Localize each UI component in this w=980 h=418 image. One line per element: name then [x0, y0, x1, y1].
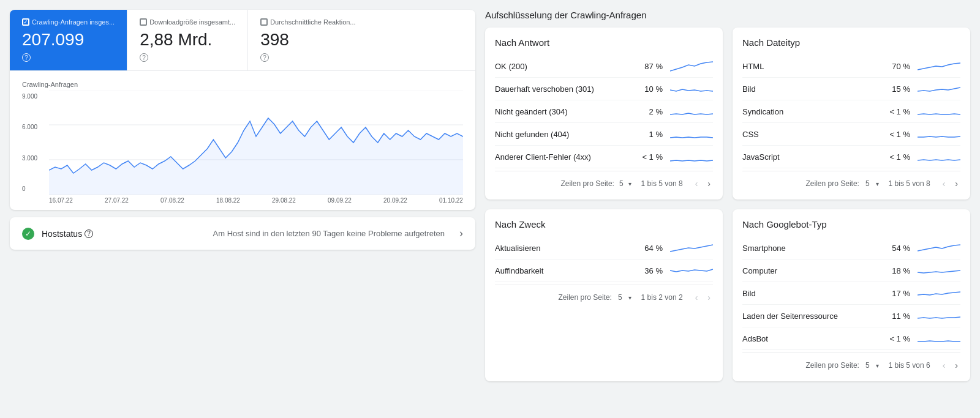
table-row: Bild 17 %: [742, 282, 960, 305]
metric-value-download: 2,88 Mrd.: [140, 29, 235, 50]
metric-tile-crawling[interactable]: Crawling-Anfragen insges... 207.099 ?: [10, 10, 127, 70]
x-label-0: 16.07.22: [49, 197, 73, 204]
metric-value-crawling: 207.099: [22, 29, 115, 50]
metric-label-crawling: Crawling-Anfragen insges...: [22, 18, 115, 26]
table-row: Dauerhaft verschoben (301) 10 %: [495, 78, 713, 100]
section-nach-zweck: Nach Zweck Aktualisieren 64 % Auffindbar…: [485, 209, 723, 381]
metric-tile-download[interactable]: Downloadgröße insgesamt... 2,88 Mrd. ?: [127, 10, 248, 70]
sparkline-0-2: [670, 105, 713, 118]
section-title-nach-googlebot-typ: Nach Googlebot-Typ: [742, 219, 960, 230]
metrics-header: Crawling-Anfragen insges... 207.099 ? Do…: [10, 10, 475, 71]
svg-marker-4: [49, 118, 463, 195]
sparkline-3-0: [918, 242, 960, 254]
prev-page-button[interactable]: ‹: [693, 177, 701, 190]
chart-area: Crawling-Anfragen 9.000 6.000 3.000 0: [10, 71, 475, 210]
sparkline-0-4: [670, 151, 713, 163]
metric-label-reaktion: Durchschnittliche Reaktion...: [260, 18, 355, 26]
section-nach-dateityp: Nach Dateityp HTML 70 % Bild 15 % Syndic…: [733, 28, 970, 200]
x-label-1: 27.07.22: [105, 197, 129, 204]
metric-checkbox-download: [140, 18, 147, 26]
chart-x-labels: 16.07.22 27.07.22 07.08.22 18.08.22 29.0…: [49, 195, 463, 204]
table-row: Anderer Client-Fehler (4xx) < 1 %: [495, 146, 713, 168]
x-label-3: 18.08.22: [216, 197, 240, 204]
next-page-button-3[interactable]: ›: [705, 291, 713, 304]
section-title-nach-antwort: Nach Antwort: [495, 37, 713, 48]
pagination-nach-zweck: Zeilen pro Seite: 5 ▾ 1 bis 2 von 2 ‹ ›: [495, 285, 713, 304]
sparkline-0-0: [670, 60, 713, 72]
prev-page-button-4[interactable]: ‹: [940, 359, 948, 371]
pagination-nach-antwort: Zeilen pro Seite: 5 ▾ 1 bis 5 von 8 ‹ ›: [495, 171, 713, 190]
question-icon-crawling[interactable]: ?: [22, 53, 31, 62]
question-icon-host[interactable]: ?: [85, 230, 93, 238]
right-panel-title: Aufschlüsselung der Crawling-Anfragen: [485, 10, 970, 20]
dropdown-arrow-icon-4: ▾: [876, 362, 879, 369]
question-icon-download[interactable]: ?: [140, 53, 148, 62]
table-row: Smartphone 54 %: [742, 237, 960, 259]
next-page-button[interactable]: ›: [705, 177, 713, 190]
table-row: JavaScript < 1 %: [742, 146, 960, 168]
prev-page-button-3[interactable]: ‹: [693, 291, 701, 304]
sparkline-0-3: [670, 128, 713, 140]
host-status-icon: [22, 228, 34, 240]
metric-tile-reaktion[interactable]: Durchschnittliche Reaktion... 398 ?: [248, 10, 368, 70]
dropdown-arrow-icon: ▾: [628, 181, 631, 187]
sparkline-3-1: [918, 264, 960, 277]
sparkline-1-2: [918, 105, 960, 118]
sparkline-1-3: [918, 128, 960, 140]
next-page-button-4[interactable]: ›: [952, 359, 960, 371]
sparkline-2-1: [670, 264, 713, 277]
table-row: CSS < 1 %: [742, 123, 960, 146]
y-tick-9000: 9.000: [22, 93, 44, 100]
table-row: HTML 70 %: [742, 55, 960, 78]
metric-label-download: Downloadgröße insgesamt...: [140, 18, 235, 26]
y-tick-0: 0: [22, 185, 44, 192]
right-panel: Aufschlüsselung der Crawling-Anfragen Na…: [485, 10, 970, 381]
sparkline-0-1: [670, 83, 713, 95]
sparkline-3-2: [918, 287, 960, 299]
next-page-button-2[interactable]: ›: [952, 177, 960, 190]
host-status-card[interactable]: Hoststatus ? Am Host sind in den letzten…: [10, 217, 475, 250]
chevron-right-icon: ›: [459, 227, 463, 240]
table-row: Aktualisieren 64 %: [495, 237, 713, 259]
table-row: Laden der Seitenressource 11 %: [742, 305, 960, 327]
sparkline-1-1: [918, 83, 960, 95]
x-label-5: 09.09.22: [328, 197, 352, 204]
dropdown-arrow-icon-3: ▾: [628, 294, 631, 301]
left-panel: Crawling-Anfragen insges... 207.099 ? Do…: [10, 10, 475, 381]
x-label-6: 20.09.22: [383, 197, 407, 204]
section-nach-googlebot-typ: Nach Googlebot-Typ Smartphone 54 % Compu…: [733, 209, 970, 381]
section-title-nach-dateityp: Nach Dateityp: [742, 37, 960, 48]
dropdown-arrow-icon-2: ▾: [876, 181, 879, 187]
table-row: Auffindbarkeit 36 %: [495, 259, 713, 282]
prev-page-button-2[interactable]: ‹: [940, 177, 948, 190]
table-row: Nicht geändert (304) 2 %: [495, 100, 713, 123]
x-label-4: 29.08.22: [272, 197, 296, 204]
table-row: Nicht gefunden (404) 1 %: [495, 123, 713, 146]
sparkline-1-4: [918, 151, 960, 163]
metric-checkbox-reaktion: [260, 18, 268, 26]
section-title-nach-zweck: Nach Zweck: [495, 219, 713, 230]
metric-checkbox-crawling: [22, 18, 29, 26]
table-row: Bild 15 %: [742, 78, 960, 100]
y-tick-3000: 3.000: [22, 155, 44, 162]
question-icon-reaktion[interactable]: ?: [260, 53, 269, 62]
sparkline-2-0: [670, 242, 713, 254]
pagination-nach-dateityp: Zeilen pro Seite: 5 ▾ 1 bis 5 von 8 ‹ ›: [742, 171, 960, 190]
table-row: AdsBot < 1 %: [742, 327, 960, 350]
section-nach-antwort: Nach Antwort OK (200) 87 % Dauerhaft ver…: [485, 28, 723, 200]
chart-y-label: Crawling-Anfragen: [22, 81, 463, 88]
chart-svg: [49, 91, 463, 195]
pagination-nach-googlebot: Zeilen pro Seite: 5 ▾ 1 bis 5 von 6 ‹ ›: [742, 353, 960, 371]
metric-value-reaktion: 398: [260, 29, 355, 50]
per-page-label: Zeilen pro Seite:: [561, 179, 614, 188]
table-row: Computer 18 %: [742, 259, 960, 282]
table-row: Syndication < 1 %: [742, 100, 960, 123]
y-tick-6000: 6.000: [22, 124, 44, 130]
chart-canvas: [49, 91, 463, 195]
sections-grid: Nach Antwort OK (200) 87 % Dauerhaft ver…: [485, 28, 970, 381]
x-label-7: 01.10.22: [439, 197, 463, 204]
sparkline-1-0: [918, 60, 960, 72]
host-status-message: Am Host sind in den letzten 90 Tagen kei…: [213, 229, 445, 238]
sparkline-3-4: [918, 332, 960, 345]
sparkline-3-3: [918, 310, 960, 322]
